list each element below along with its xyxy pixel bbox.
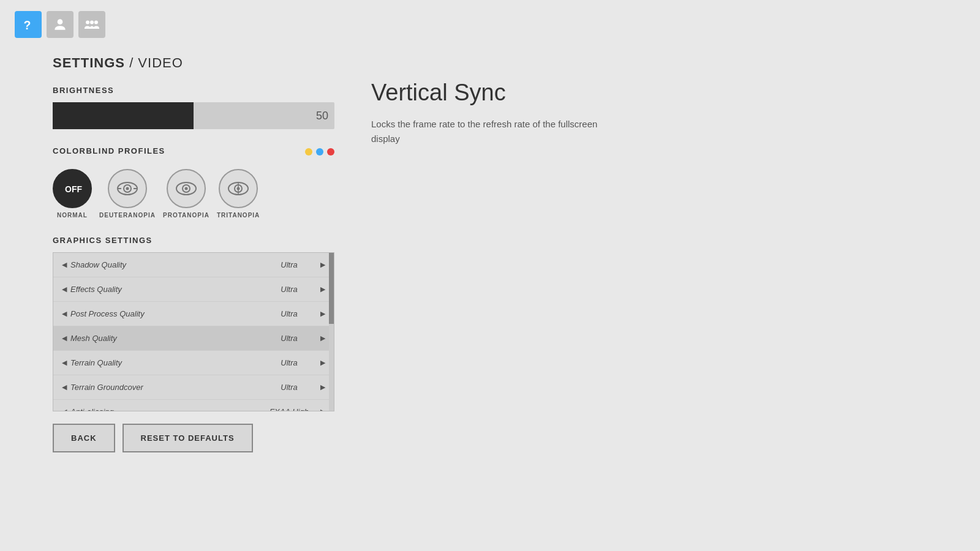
setting-name: Effects Quality	[70, 285, 262, 294]
profile-label-normal: NORMAL	[57, 212, 88, 219]
profile-protanopia[interactable]: PROTANOPIA	[163, 169, 209, 219]
arrow-right[interactable]: ▶	[317, 383, 329, 391]
setting-value: Ultra	[262, 383, 317, 392]
setting-name: Post Process Quality	[70, 309, 262, 318]
profile-icon-deuteranopia	[108, 169, 147, 208]
setting-row[interactable]: ◀ Shadow Quality Ultra ▶	[53, 253, 334, 277]
arrow-left[interactable]: ◀	[58, 334, 70, 342]
graphics-label: GRAPHICS SETTINGS	[53, 236, 334, 245]
profile-label-tritanopia: TRITANOPIA	[217, 212, 260, 219]
setting-value: Ultra	[262, 358, 317, 367]
dot-blue	[316, 148, 323, 156]
group-icon-button[interactable]	[78, 11, 105, 38]
dot-red	[327, 148, 334, 156]
arrow-left[interactable]: ◀	[58, 310, 70, 318]
detail-description: Locks the frame rate to the refresh rate…	[371, 117, 604, 146]
arrow-right[interactable]: ▶	[317, 285, 329, 293]
arrow-left[interactable]: ◀	[58, 359, 70, 367]
setting-row[interactable]: ◀ Terrain Groundcover Ultra ▶	[53, 375, 334, 400]
right-panel: Vertical Sync Locks the frame rate to th…	[371, 55, 927, 452]
graphics-section: GRAPHICS SETTINGS ◀ Shadow Quality Ultra…	[53, 236, 334, 411]
brightness-section: BRIGHTNESS 50	[53, 86, 334, 129]
dot-yellow	[305, 148, 312, 156]
scrollbar[interactable]	[329, 253, 334, 411]
graphics-list: ◀ Shadow Quality Ultra ▶ ◀ Effects Quali…	[53, 252, 334, 411]
colorblind-profiles: OFF NORMAL DEUT	[53, 169, 334, 219]
brightness-label: BRIGHTNESS	[53, 86, 334, 95]
profile-tritanopia[interactable]: TRITANOPIA	[217, 169, 260, 219]
profile-label-deuteranopia: DEUTERANOPIA	[99, 212, 156, 219]
setting-name: Terrain Groundcover	[70, 383, 262, 392]
setting-name: Mesh Quality	[70, 334, 262, 343]
colorblind-label: COLORBLIND PROFILES	[53, 146, 165, 156]
svg-point-3	[90, 21, 94, 24]
profile-icon-tritanopia	[219, 169, 258, 208]
help-icon-button[interactable]: ?	[15, 11, 42, 38]
detail-title: Vertical Sync	[371, 80, 927, 106]
arrow-left[interactable]: ◀	[58, 261, 70, 269]
arrow-right[interactable]: ▶	[317, 408, 329, 411]
bottom-buttons: BACK RESET TO DEFAULTS	[53, 424, 334, 452]
arrow-left[interactable]: ◀	[58, 383, 70, 391]
profile-icon-normal: OFF	[53, 169, 92, 208]
svg-text:?: ?	[23, 18, 31, 32]
brightness-track: 50	[53, 102, 334, 129]
arrow-left[interactable]: ◀	[58, 408, 70, 411]
svg-point-8	[126, 187, 129, 190]
setting-name: Anti-aliasing	[70, 407, 262, 411]
profile-deuteranopia[interactable]: DEUTERANOPIA	[99, 169, 156, 219]
setting-name: Terrain Quality	[70, 358, 262, 367]
svg-point-1	[58, 19, 63, 24]
setting-value: Ultra	[262, 260, 317, 269]
left-panel: SETTINGS / VIDEO BRIGHTNESS 50 COLORBLIN…	[53, 55, 334, 452]
arrow-right[interactable]: ▶	[317, 310, 329, 318]
setting-value: Ultra	[262, 285, 317, 294]
settings-rows: ◀ Shadow Quality Ultra ▶ ◀ Effects Quali…	[53, 253, 334, 411]
reset-button[interactable]: RESET TO DEFAULTS	[123, 424, 253, 452]
setting-row[interactable]: ◀ Post Process Quality Ultra ▶	[53, 302, 334, 326]
svg-point-2	[86, 21, 89, 24]
setting-row[interactable]: ◀ Mesh Quality Ultra ▶	[53, 326, 334, 351]
setting-value: Ultra	[262, 334, 317, 343]
svg-point-13	[184, 187, 187, 190]
setting-row[interactable]: ◀ Anti-aliasing FXAA High ▶	[53, 400, 334, 411]
profile-label-protanopia: PROTANOPIA	[163, 212, 209, 219]
svg-text:OFF: OFF	[65, 184, 82, 194]
profile-icon-protanopia	[167, 169, 206, 208]
setting-value: FXAA High	[262, 407, 317, 411]
page-title: SETTINGS / VIDEO	[53, 55, 334, 71]
arrow-left[interactable]: ◀	[58, 285, 70, 293]
back-button[interactable]: BACK	[53, 424, 115, 452]
top-bar: ?	[0, 0, 980, 49]
setting-row[interactable]: ◀ Effects Quality Ultra ▶	[53, 277, 334, 302]
colorblind-section: COLORBLIND PROFILES OFF NORMAL	[53, 146, 334, 219]
setting-name: Shadow Quality	[70, 260, 262, 269]
setting-row[interactable]: ◀ Terrain Quality Ultra ▶	[53, 351, 334, 375]
profile-icon-button[interactable]	[47, 11, 74, 38]
scrollbar-thumb	[329, 253, 334, 324]
profile-normal[interactable]: OFF NORMAL	[53, 169, 92, 219]
colorblind-dots	[305, 148, 334, 156]
setting-value: Ultra	[262, 309, 317, 318]
svg-point-4	[94, 21, 98, 24]
arrow-right[interactable]: ▶	[317, 334, 329, 342]
main-content: SETTINGS / VIDEO BRIGHTNESS 50 COLORBLIN…	[0, 49, 980, 471]
arrow-right[interactable]: ▶	[317, 261, 329, 269]
arrow-right[interactable]: ▶	[317, 359, 329, 367]
